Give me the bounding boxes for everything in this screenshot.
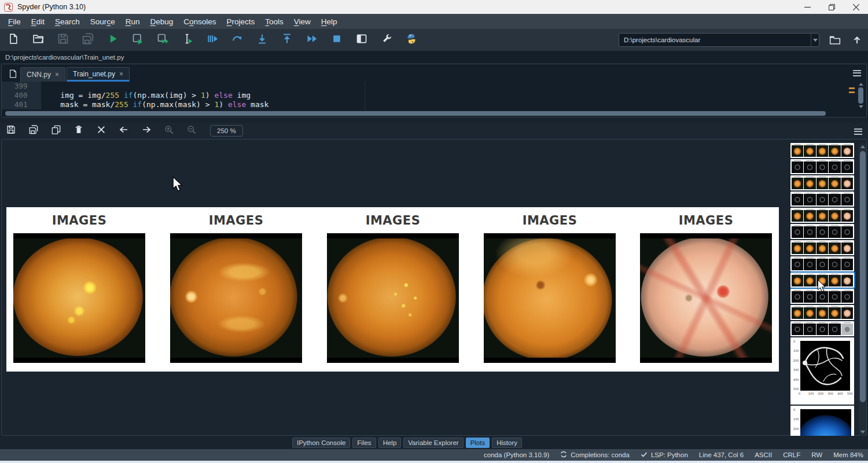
plot-thumbnail-images-1[interactable] — [790, 143, 854, 158]
previous-plot-button[interactable] — [119, 126, 128, 136]
preferences-button[interactable] — [380, 34, 393, 46]
menu-tools[interactable]: Tools — [260, 15, 289, 28]
editor-options-menu-icon[interactable] — [853, 68, 861, 78]
tab-train-unet-py[interactable]: Train_unet.py× — [67, 67, 130, 82]
menu-edit[interactable]: Edit — [26, 15, 50, 28]
continue-execution-button[interactable] — [306, 34, 318, 46]
save-file-button[interactable] — [57, 34, 69, 46]
plot-thumbnail-images-9[interactable] — [790, 273, 854, 288]
matplotlib-figure: IMAGESIMAGESIMAGESIMAGESIMAGES — [6, 207, 779, 372]
code-editor[interactable]: 399400 img = img/255 if(np.max(img) > 1)… — [2, 82, 866, 111]
thumb-cell — [792, 226, 803, 238]
menu-search[interactable]: Search — [50, 15, 85, 28]
remove-plot-button[interactable] — [73, 126, 83, 136]
menu-projects[interactable]: Projects — [222, 15, 260, 28]
plot-zoom-level: 250 % — [210, 125, 243, 137]
menu-help[interactable]: Help — [316, 15, 343, 28]
thumb-cell — [841, 259, 853, 270]
maximize-pane-button[interactable] — [355, 34, 368, 46]
thumb-cell — [792, 275, 803, 286]
run-file-button[interactable] — [106, 34, 119, 46]
minimize-button[interactable] — [795, 0, 819, 14]
plot-thumbnail-masks-4[interactable] — [790, 192, 854, 207]
thumbnails-scrollbar[interactable] — [859, 143, 866, 436]
pane-tab-variable-explorer[interactable]: Variable Explorer — [403, 438, 463, 448]
menu-file[interactable]: File — [3, 15, 26, 28]
plot-thumbnail-masks-6[interactable] — [790, 224, 854, 239]
parent-directory-button[interactable] — [851, 34, 863, 46]
thumb-cell — [829, 226, 840, 238]
open-file-button[interactable] — [32, 34, 45, 46]
plot-thumbnail-masks-10[interactable] — [790, 289, 854, 304]
close-tab-icon[interactable]: × — [119, 70, 123, 78]
menu-debug[interactable]: Debug — [145, 15, 178, 28]
thumb-cell — [816, 210, 828, 222]
working-directory-combobox[interactable]: D:\projects\cardiovascular — [619, 33, 819, 47]
fundus-image-1 — [13, 233, 145, 363]
thumb-cell — [816, 307, 828, 319]
y-tick-label: 100 — [793, 349, 799, 352]
new-file-button[interactable] — [7, 34, 20, 46]
chevron-down-icon[interactable] — [811, 34, 819, 46]
thumb-cell — [841, 226, 853, 238]
pane-tab-files[interactable]: Files — [352, 438, 376, 448]
browse-directory-button[interactable] — [829, 34, 841, 46]
thumb-cell — [792, 145, 803, 157]
stop-debugging-button[interactable] — [330, 34, 343, 46]
run-cell-advance-button[interactable] — [156, 34, 169, 46]
python-logo-button[interactable] — [405, 34, 418, 46]
tab-cnn-py[interactable]: CNN.py× — [20, 67, 65, 82]
plot-thumbnail-images-7[interactable] — [790, 240, 854, 255]
menu-run[interactable]: Run — [120, 15, 145, 28]
step-return-button[interactable] — [281, 34, 293, 46]
remove-all-plots-button[interactable] — [96, 126, 106, 136]
menu-view[interactable]: View — [289, 15, 316, 28]
plot-thumbnail-masks-12[interactable] — [790, 321, 854, 336]
editor-vertical-scrollbar[interactable] — [858, 83, 864, 109]
debug-file-button[interactable] — [206, 34, 219, 46]
thumb-cell — [829, 259, 840, 270]
close-tab-icon[interactable]: × — [55, 71, 59, 79]
y-tick-label: 200 — [793, 359, 799, 362]
run-selection-button[interactable] — [181, 34, 194, 46]
thumb-cell — [841, 291, 853, 303]
plot-thumbnail-masks-8[interactable] — [790, 256, 854, 271]
plot-thumbnail-blue-fundus[interactable]: 0100200 — [790, 406, 854, 436]
thumb-cell — [804, 307, 815, 319]
zoom-out-button — [186, 126, 196, 136]
y-tick-label: 100 — [793, 417, 799, 421]
pane-tab-help[interactable]: Help — [378, 438, 402, 448]
restore-button[interactable] — [819, 0, 844, 14]
scrollbar-handle[interactable] — [860, 151, 866, 402]
plot-thumbnail-images-11[interactable] — [790, 305, 854, 320]
plot-thumbnail-vessel-mask[interactable]: 01002003004005000100200300400500 — [790, 337, 854, 405]
menu-consoles[interactable]: Consoles — [178, 15, 221, 28]
status-rw: RW — [811, 451, 822, 458]
copy-plot-button[interactable] — [51, 126, 61, 136]
y-tick-label: 300 — [793, 368, 799, 372]
y-tick-label: 200 — [793, 427, 799, 431]
browse-tabs-icon[interactable] — [5, 67, 20, 80]
pane-tab-plots[interactable]: Plots — [466, 438, 490, 448]
thumb-cell — [829, 178, 840, 189]
run-current-line-button[interactable] — [231, 34, 244, 46]
run-cell-button[interactable] — [131, 34, 144, 46]
plot-thumbnail-images-3[interactable] — [790, 175, 854, 190]
scrollbar-handle[interactable] — [5, 111, 826, 116]
plot-thumbnail-images-5[interactable] — [790, 208, 854, 223]
pane-tab-history[interactable]: History — [492, 438, 522, 448]
plot-thumbnail-masks-2[interactable] — [790, 159, 854, 174]
save-plot-button[interactable] — [6, 126, 16, 136]
next-plot-button[interactable] — [141, 126, 151, 136]
close-button[interactable] — [844, 0, 868, 14]
pane-tab-ipython-console[interactable]: IPython Console — [292, 438, 350, 448]
editor-horizontal-scrollbar[interactable] — [2, 110, 866, 117]
save-all-button[interactable] — [82, 34, 94, 46]
step-into-button[interactable] — [256, 34, 269, 46]
menu-source[interactable]: Source — [85, 15, 120, 28]
thumb-cell — [816, 291, 828, 303]
fundus-image-3 — [327, 233, 459, 363]
thumb-cell — [841, 161, 853, 173]
plots-options-menu-icon[interactable] — [854, 127, 862, 136]
save-all-plots-button[interactable] — [28, 126, 38, 136]
